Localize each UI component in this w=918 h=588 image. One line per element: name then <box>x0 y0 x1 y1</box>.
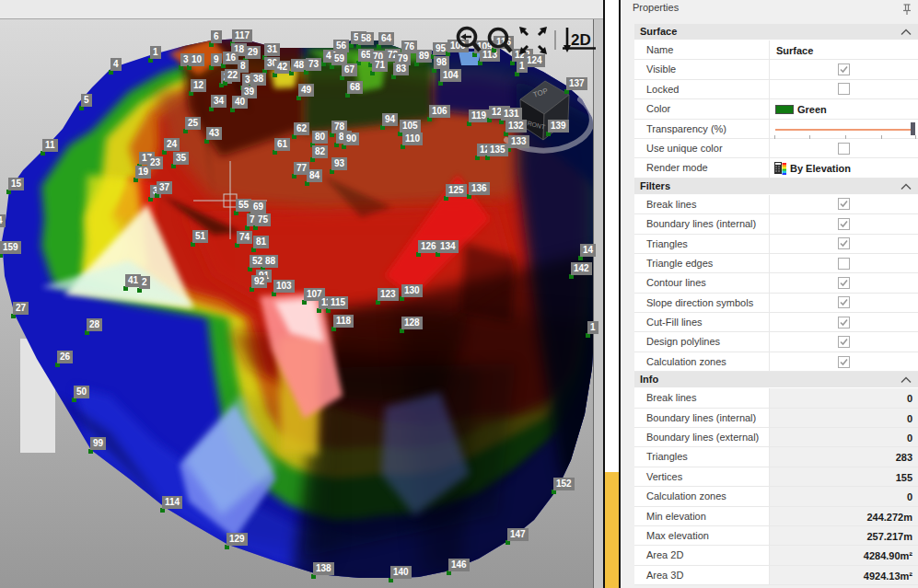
svg-text:2D: 2D <box>571 31 591 49</box>
